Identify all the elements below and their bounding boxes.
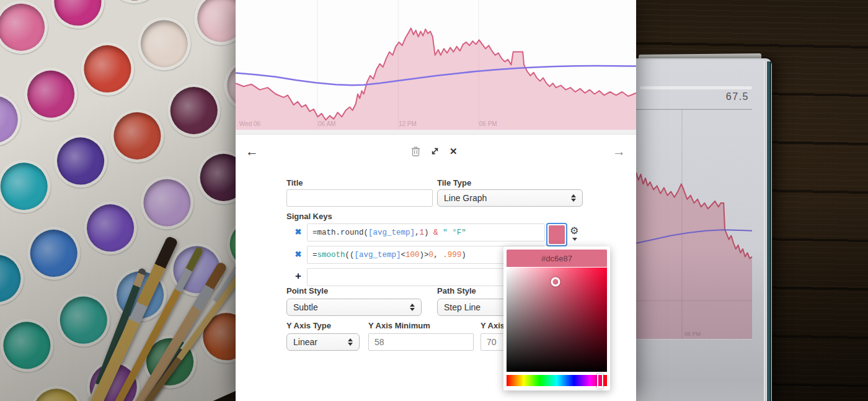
- formula-segment-plain: ): [461, 251, 466, 259]
- expand-tile-button[interactable]: [430, 146, 440, 157]
- select-stepper-icon: [571, 194, 576, 202]
- signal-key-formula-input[interactable]: =math.round([avg_temp],1) & " °F": [307, 223, 545, 241]
- formula-segment-plain: )>: [420, 251, 429, 259]
- select-stepper-icon: [348, 338, 353, 346]
- paint-pan: [19, 218, 89, 289]
- point-style-select[interactable]: Subtle: [286, 299, 422, 316]
- paint-brushes: [92, 219, 247, 401]
- next-tile-preview[interactable]: 67.5 06 PM: [636, 60, 764, 401]
- series-color-fill: [549, 225, 565, 244]
- path-style-label: Path Style: [437, 286, 476, 295]
- line-graph: [236, 0, 636, 130]
- title-label: Title: [286, 178, 303, 187]
- y-axis-minimum-label: Y Axis Minimum: [368, 321, 430, 330]
- formula-segment-plain: ((: [345, 251, 355, 259]
- select-stepper-icon: [410, 304, 415, 311]
- formula-segment-plain: <: [401, 251, 406, 259]
- formula-segment-number: .999: [443, 251, 461, 259]
- x-axis-label: 12 PM: [399, 120, 417, 127]
- formula-segment-plain: ,: [433, 251, 443, 259]
- title-input[interactable]: [286, 189, 433, 207]
- formula-segment-number: 0: [429, 251, 434, 259]
- remove-signal-key-button[interactable]: ✖: [293, 227, 303, 237]
- paint-pan: [99, 0, 170, 12]
- add-signal-key-button[interactable]: +: [293, 270, 303, 282]
- y-axis-type-select[interactable]: Linear: [286, 333, 360, 351]
- remove-signal-key-button[interactable]: ✖: [293, 250, 303, 259]
- paint-pan: [129, 9, 200, 79]
- series-color-swatch[interactable]: [546, 223, 567, 246]
- screen: 67.5 06 PM Wed 0606 AM12 PM06 PM ← →: [0, 0, 868, 401]
- sv-cursor[interactable]: [551, 277, 560, 286]
- tile-type-select[interactable]: Line Graph: [437, 189, 583, 207]
- formula-segment-number-red: &: [433, 228, 438, 237]
- formula-segment-function: smooth: [317, 251, 345, 259]
- formula-segment-plain: =math.round(: [312, 228, 368, 237]
- formula-segment-number: 100: [405, 251, 420, 259]
- x-axis-label: 06 AM: [318, 120, 335, 127]
- saturation-value-area[interactable]: [507, 268, 607, 372]
- formula-segment-plain: =: [312, 251, 317, 259]
- paint-pan: [45, 126, 116, 197]
- x-axis-label: Wed 06: [239, 120, 260, 127]
- paint-pan: [102, 101, 173, 171]
- formula-segment-number-red: 1: [420, 228, 425, 237]
- x-axis-label: 06 PM: [479, 120, 497, 127]
- path-style-value: Step Line: [444, 302, 480, 312]
- gear-caret-icon[interactable]: [572, 238, 577, 241]
- formula-segment-signal: [avg_temp]: [355, 251, 401, 259]
- formula-segment-plain: ,: [415, 228, 420, 237]
- paint-pan: [0, 310, 62, 381]
- delete-tile-button[interactable]: [411, 146, 420, 158]
- hue-slider-handle[interactable]: [597, 374, 603, 389]
- avg_temp-area: [236, 28, 636, 130]
- notepad-spine: [767, 61, 771, 401]
- chart-separator: [236, 130, 636, 135]
- y-axis-type-value: Linear: [293, 337, 317, 347]
- paint-pan: [0, 151, 59, 222]
- paint-pan: [73, 34, 143, 104]
- hue-slider[interactable]: [507, 375, 607, 386]
- point-style-label: Point Style: [286, 286, 328, 295]
- formula-segment-plain: [429, 228, 434, 237]
- next-tile-button[interactable]: →: [613, 145, 626, 158]
- paint-pan: [159, 75, 229, 146]
- paint-pan: [22, 377, 92, 401]
- tile-type-label: Tile Type: [437, 178, 471, 187]
- color-picker-popup: #dc6e87: [503, 246, 610, 390]
- formula-segment-plain: ): [424, 228, 429, 237]
- formula-segment-plain: [438, 228, 443, 237]
- trash-icon: [411, 149, 420, 158]
- point-style-value: Subtle: [293, 302, 318, 312]
- y-axis-type-label: Y Axis Type: [286, 321, 331, 330]
- formula-segment-signal: [avg_temp]: [368, 228, 415, 237]
- color-hex-value: #dc6e87: [507, 250, 607, 267]
- y-axis-minimum-input[interactable]: [368, 333, 474, 351]
- formula-segment-string: " °F": [443, 228, 466, 237]
- paint-pan: [0, 0, 56, 63]
- tile-chart-preview: Wed 0606 AM12 PM06 PM: [236, 0, 636, 130]
- close-editor-button[interactable]: ✕: [450, 146, 458, 156]
- next-tile-dim-overlay: [636, 60, 764, 401]
- tile-type-value: Line Graph: [444, 193, 487, 203]
- signal-keys-label: Signal Keys: [286, 212, 332, 221]
- tile-editor-panel: Wed 0606 AM12 PM06 PM ← → ✕ Title Tile T…: [236, 0, 636, 401]
- gear-icon[interactable]: ⚙: [570, 226, 578, 236]
- previous-tile-button[interactable]: ←: [246, 145, 259, 158]
- expand-icon: [430, 148, 440, 158]
- paint-pan: [16, 59, 86, 130]
- paint-pan: [43, 0, 113, 37]
